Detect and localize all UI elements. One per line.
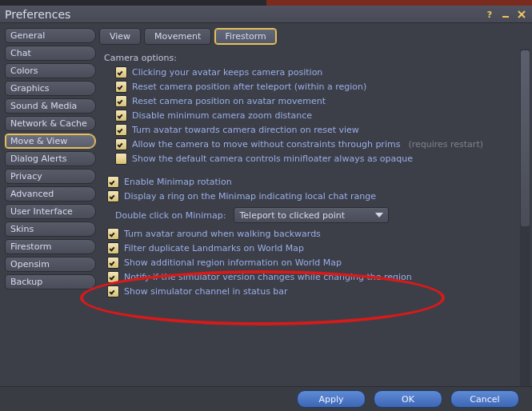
sidebar-item-advanced[interactable]: Advanced [5,186,96,202]
opt-disable-min-zoom: Disable minimum camera zoom distance [115,110,524,122]
close-icon[interactable] [516,9,527,20]
opt-show-sim-channel-status: Show simulator channel in status bar [107,285,524,297]
sidebar-item-chat[interactable]: Chat [5,46,96,61]
opt-camera-through-prims: Allow the camera to move without constra… [115,138,524,150]
opt-turn-avatar-on-reset: Turn avatar towards camera direction on … [115,124,524,136]
option-label: Turn avatar around when walking backward… [124,229,321,239]
window-title: Preferences [5,8,479,21]
tab-firestorm[interactable]: Firestorm [214,28,276,45]
cancel-button[interactable]: Cancel [450,390,519,408]
checkbox[interactable] [107,228,119,240]
sidebar-item-backup[interactable]: Backup [5,274,96,289]
title-bar: Preferences ? [0,6,532,23]
tab-view[interactable]: View [99,28,141,45]
sidebar-item-privacy[interactable]: Privacy [5,169,96,184]
sidebar-item-dialog-alerts[interactable]: Dialog Alerts [5,151,96,166]
opt-reset-camera-after-teleport: Reset camera position after teleport (wi… [115,81,524,93]
option-label: Turn avatar towards camera direction on … [132,125,359,135]
opt-camera-minifloater-opaque: Show the default camera controls miniflo… [115,153,524,165]
category-sidebar: General Chat Colors Graphics Sound & Med… [0,23,96,381]
checkbox[interactable] [115,95,127,107]
checkbox[interactable] [107,271,119,283]
option-label: Show additional region information on Wo… [124,257,342,268]
dropdown-value: Teleport to clicked point [239,210,375,221]
subtab-bar: View Movement Firestorm [99,28,524,45]
checkbox[interactable] [115,81,127,93]
scrollbar-thumb[interactable] [521,50,530,226]
checkbox[interactable] [115,153,127,165]
minimize-icon[interactable] [500,9,511,20]
sidebar-item-move-view[interactable]: Move & View [5,134,96,149]
opt-filter-dup-landmarks: Filter duplicate Landmarks on World Map [107,242,524,254]
option-label: Reset camera position after teleport (wi… [132,82,366,92]
chevron-down-icon [375,213,383,217]
opt-click-avatar-keeps-camera: Clicking your avatar keeps camera positi… [115,66,524,78]
sidebar-item-graphics[interactable]: Graphics [5,81,96,96]
sidebar-item-colors[interactable]: Colors [5,63,96,78]
opt-reset-camera-on-move: Reset camera position on avatar movement [115,95,524,107]
checkbox[interactable] [115,66,127,78]
opt-notify-sim-version: Notify if the simulator version changes … [107,271,524,283]
opt-show-region-info: Show additional region information on Wo… [107,257,524,269]
main-scrollbar[interactable] [520,49,530,404]
opt-minimap-chat-ring: Display a ring on the Minimap indicating… [107,190,524,202]
checkbox[interactable] [115,124,127,136]
checkbox[interactable] [107,190,119,202]
ok-button[interactable]: OK [374,390,442,408]
sidebar-item-sound-media[interactable]: Sound & Media [5,98,96,114]
option-label: Reset camera position on avatar movement [132,96,326,106]
apply-button[interactable]: Apply [297,390,366,408]
option-label: Show simulator channel in status bar [124,286,288,297]
option-label: Notify if the simulator version changes … [124,272,412,282]
sidebar-item-general[interactable]: General [5,28,96,43]
checkbox[interactable] [115,138,127,150]
doubleclick-minimap-dropdown[interactable]: Teleport to clicked point [234,207,389,223]
dialog-footer: Apply OK Cancel [0,386,532,411]
tab-movement[interactable]: Movement [144,28,211,45]
checkbox[interactable] [107,285,119,297]
sidebar-item-firestorm[interactable]: Firestorm [5,239,96,254]
opt-enable-minimap-rotation: Enable Minimap rotation [107,176,524,188]
sidebar-item-network-cache[interactable]: Network & Cache [5,116,96,131]
option-label: Filter duplicate Landmarks on World Map [124,243,304,253]
restart-hint: (requires restart) [408,139,483,150]
checkbox[interactable] [107,242,119,254]
sidebar-item-skins[interactable]: Skins [5,221,96,237]
help-icon[interactable]: ? [484,9,495,20]
option-label: Allow the camera to move without constra… [132,139,400,150]
main-panel: View Movement Firestorm Camera options: … [96,23,532,381]
checkbox[interactable] [115,110,127,122]
option-label: Show the default camera controls miniflo… [132,154,413,164]
doubleclick-minimap-label: Double click on Minimap: [115,210,226,221]
sidebar-item-opensim[interactable]: Opensim [5,257,96,272]
option-label: Display a ring on the Minimap indicating… [124,191,376,202]
option-label: Clicking your avatar keeps camera positi… [132,67,322,78]
camera-options-heading: Camera options: [104,53,524,63]
checkbox[interactable] [107,176,119,188]
option-label: Enable Minimap rotation [124,177,232,187]
option-label: Disable minimum camera zoom distance [132,110,312,121]
opt-turn-around-walk-back: Turn avatar around when walking backward… [107,228,524,240]
sidebar-item-user-interface[interactable]: User Interface [5,204,96,219]
checkbox[interactable] [107,257,119,269]
